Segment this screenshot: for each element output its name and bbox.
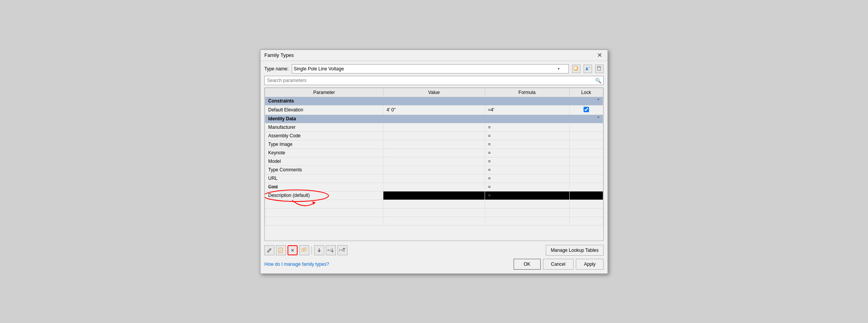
type-name-label: Type name: (264, 66, 289, 72)
lock-description[interactable] (569, 191, 603, 200)
formula-type-comments[interactable]: = (485, 166, 569, 174)
param-type-image: Type Image (265, 140, 383, 149)
svg-text:A: A (327, 249, 329, 251)
lock-url[interactable] (569, 174, 603, 183)
value-description[interactable] (383, 191, 485, 200)
title-bar: Family Types ✕ (260, 50, 608, 61)
formula-default-elevation[interactable]: =4' (485, 105, 569, 115)
value-type-image[interactable] (383, 140, 485, 149)
header-formula: Formula (485, 88, 569, 97)
formula-assembly-code[interactable]: = (485, 132, 569, 140)
lock-default-elevation[interactable] (569, 105, 603, 115)
svg-text:+: + (279, 249, 281, 253)
param-cost: Cost (265, 183, 383, 191)
dialog-body: Type name: Single Pole Line Voltage A (260, 61, 608, 273)
param-assembly-code: Assembly Code (265, 132, 383, 140)
parameters-table-container: Parameter Value Formula Lock Constraints… (264, 87, 604, 241)
table-row-empty (265, 217, 603, 225)
header-value: Value (383, 88, 485, 97)
table-row[interactable]: Type Image = (265, 140, 603, 149)
formula-url[interactable]: = (485, 174, 569, 183)
type-name-select[interactable]: Single Pole Line Voltage (292, 64, 569, 73)
table-row[interactable]: Default Elevation 4' 0" =4' (265, 105, 603, 115)
svg-text:Z: Z (339, 249, 341, 251)
param-model: Model (265, 157, 383, 166)
header-lock: Lock (569, 88, 603, 97)
table-row[interactable]: Assembly Code = (265, 132, 603, 140)
ok-button[interactable]: OK (514, 259, 541, 270)
type-name-row: Type name: Single Pole Line Voltage A (264, 64, 604, 73)
lock-manufacturer[interactable] (569, 123, 603, 132)
formula-keynote[interactable]: = (485, 149, 569, 157)
value-assembly-code[interactable] (383, 132, 485, 140)
help-link[interactable]: How do I manage family types? (264, 261, 329, 267)
table-row[interactable]: Cost = (265, 183, 603, 191)
lock-assembly-code[interactable] (569, 132, 603, 140)
param-manufacturer: Manufacturer (265, 123, 383, 132)
action-buttons: OK Cancel Apply (514, 259, 604, 270)
value-type-comments[interactable] (383, 166, 485, 174)
param-default-elevation: Default Elevation (265, 105, 383, 115)
delete-type-button[interactable] (595, 65, 604, 73)
table-row[interactable]: Model = (265, 157, 603, 166)
value-model[interactable] (383, 157, 485, 166)
delete-parameter-button[interactable] (288, 245, 298, 255)
move-down-button[interactable] (314, 245, 324, 255)
toolbar-left: + (264, 245, 347, 255)
table-row-empty (265, 200, 603, 208)
search-row: 🔍 (264, 76, 604, 85)
table-row[interactable]: Type Comments = (265, 166, 603, 174)
section-header-constraints: Constraints ⌃ (265, 97, 603, 105)
lock-keynote[interactable] (569, 149, 603, 157)
edit-parameter-button[interactable] (264, 245, 274, 255)
header-parameter: Parameter (265, 88, 383, 97)
svg-line-3 (589, 67, 590, 68)
apply-button[interactable]: Apply (576, 259, 604, 270)
param-type-comments: Type Comments (265, 166, 383, 174)
associate-family-button[interactable] (299, 245, 309, 255)
formula-manufacturer[interactable]: = (485, 123, 569, 132)
formula-cost[interactable]: = (485, 183, 569, 191)
table-row-description[interactable]: Description (default) (265, 191, 603, 200)
value-manufacturer[interactable] (383, 123, 485, 132)
lock-cost[interactable] (569, 183, 603, 191)
svg-rect-14 (302, 249, 304, 251)
lock-type-comments[interactable] (569, 166, 603, 174)
formula-description[interactable]: = (485, 191, 569, 200)
lock-model[interactable] (569, 157, 603, 166)
svg-text:A: A (585, 67, 588, 71)
close-button[interactable]: ✕ (596, 52, 604, 58)
param-url: URL (265, 174, 383, 183)
value-keynote[interactable] (383, 149, 485, 157)
formula-type-image[interactable]: = (485, 140, 569, 149)
value-url[interactable] (383, 174, 485, 183)
search-input[interactable] (264, 76, 604, 85)
manage-lookup-tables-button[interactable]: Manage Lookup Tables (546, 245, 604, 256)
param-keynote: Keynote (265, 149, 383, 157)
sort-za-button[interactable]: Z A (337, 245, 347, 255)
section-header-identity-data: Identity Data ⌃ (265, 115, 603, 123)
dialog-title: Family Types (264, 52, 294, 58)
cancel-button[interactable]: Cancel (543, 259, 574, 270)
param-description: Description (default) (265, 191, 383, 200)
family-types-dialog: Family Types ✕ Type name: Single Pole Li… (260, 50, 608, 274)
svg-rect-1 (574, 67, 577, 70)
table-row[interactable]: Keynote = (265, 149, 603, 157)
duplicate-type-button[interactable] (572, 65, 580, 73)
toolbar-row: + (264, 243, 604, 257)
formula-model[interactable]: = (485, 157, 569, 166)
bottom-row: How do I manage family types? OK Cancel … (264, 257, 604, 270)
table-row-empty (265, 208, 603, 217)
sort-az-button[interactable]: A Z (326, 245, 336, 255)
value-cost[interactable] (383, 183, 485, 191)
table-row[interactable]: URL = (265, 174, 603, 183)
toolbar-separator (311, 246, 312, 254)
parameters-table: Parameter Value Formula Lock Constraints… (265, 88, 603, 226)
table-row[interactable]: Manufacturer = (265, 123, 603, 132)
lock-type-image[interactable] (569, 140, 603, 149)
type-name-select-wrapper: Single Pole Line Voltage (292, 64, 569, 73)
rename-type-button[interactable]: A (584, 65, 592, 73)
value-default-elevation[interactable]: 4' 0" (383, 105, 485, 115)
new-parameter-button[interactable]: + (276, 245, 286, 255)
